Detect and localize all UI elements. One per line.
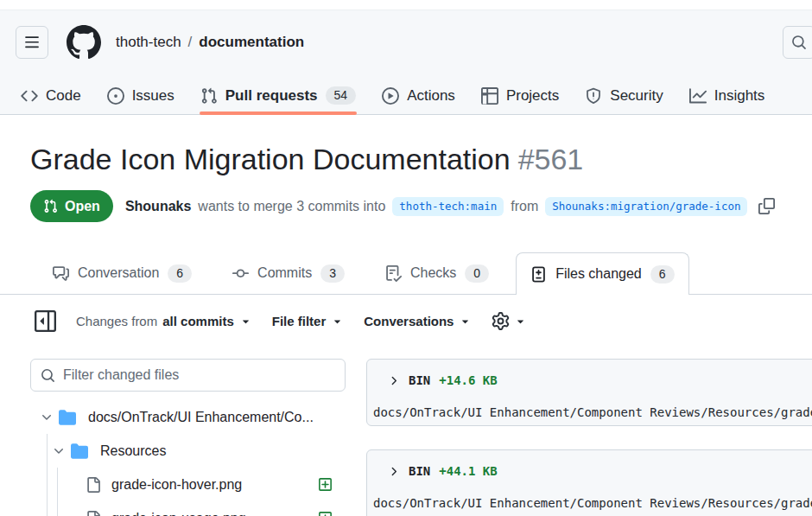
nav-item-security[interactable]: Security	[576, 77, 671, 114]
pr-author[interactable]: Shounaks	[125, 199, 191, 214]
diff-file-path[interactable]: docs/OnTrack/UI Enhancement/Component Re…	[367, 495, 812, 511]
app-header: thoth-tech / documentation Code Issues P…	[0, 10, 812, 115]
nav-item-actions[interactable]: Actions	[373, 77, 464, 114]
base-branch-label[interactable]: thoth-tech:main	[392, 197, 504, 216]
graph-icon	[689, 87, 707, 105]
three-bars-icon	[24, 35, 40, 50]
pr-title: Grade Icon Migration Documentation#561	[30, 140, 803, 178]
chevron-right-icon[interactable]	[387, 465, 400, 478]
file-tree: docs/OnTrack/UI Enhancement/Co... Resour…	[30, 400, 346, 516]
breadcrumb-repo[interactable]: documentation	[199, 34, 304, 51]
nav-label: Security	[610, 87, 663, 105]
chevron-right-icon[interactable]	[387, 374, 400, 387]
nav-label: Insights	[714, 87, 765, 105]
bin-label: BIN	[409, 373, 430, 388]
git-pull-request-icon	[43, 199, 58, 213]
head-branch-label[interactable]: Shounaks:migration/grade-icon	[545, 197, 747, 216]
breadcrumb-separator: /	[188, 34, 193, 51]
pr-status-row: Open Shounaks wants to merge 3 commits i…	[30, 190, 803, 222]
diff-file-header: BIN +14.6 KB	[367, 360, 812, 388]
comment-discussion-icon	[53, 265, 69, 282]
file-filter-label: File filter	[272, 314, 327, 328]
conversations-dropdown[interactable]: Conversations	[364, 314, 472, 328]
diff-file-card: BIN +14.6 KB docs/OnTrack/UI Enhancement…	[366, 359, 812, 426]
tree-folder-row[interactable]: Resources	[30, 434, 346, 468]
shield-icon	[585, 87, 602, 105]
tab-label: Checks	[410, 265, 456, 281]
bin-label: BIN	[409, 463, 430, 479]
file-filter-box	[30, 359, 346, 392]
filter-changed-files-input[interactable]	[63, 367, 335, 383]
sidebar-collapse-icon	[35, 310, 56, 332]
hamburger-menu-button[interactable]	[16, 26, 48, 59]
search-button[interactable]	[783, 26, 812, 59]
diff-added-icon	[318, 511, 333, 516]
tree-file-label: grade-icon-usage.png	[111, 511, 246, 516]
checklist-icon	[385, 265, 402, 282]
changes-from-label: Changes from	[76, 314, 157, 328]
nav-item-pull-requests[interactable]: Pull requests 54	[192, 77, 365, 114]
size-change: +14.6 KB	[439, 373, 497, 388]
pull-requests-count-badge: 54	[326, 86, 357, 105]
nav-label: Code	[46, 87, 81, 105]
copy-branch-button[interactable]	[758, 198, 775, 214]
diff-toolbar: Changes from all commits File filter Con…	[35, 296, 812, 346]
git-pull-request-icon	[200, 87, 218, 105]
collapse-sidebar-button[interactable]	[35, 310, 56, 332]
tree-folder-row[interactable]: docs/OnTrack/UI Enhancement/Co...	[30, 400, 346, 434]
triangle-down-icon	[514, 315, 527, 328]
tab-count-badge: 0	[465, 264, 489, 283]
nav-label: Projects	[506, 87, 559, 105]
chevron-down-icon	[40, 411, 54, 424]
folder-icon	[59, 409, 76, 426]
pr-title-text: Grade Icon Migration Documentation	[30, 143, 511, 175]
triangle-down-icon	[459, 315, 472, 328]
pr-header: Grade Icon Migration Documentation#561 O…	[30, 116, 803, 222]
pr-number: #561	[518, 143, 584, 175]
size-change: +44.1 KB	[439, 463, 497, 479]
nav-label: Issues	[132, 87, 174, 105]
tree-folder-label: docs/OnTrack/UI Enhancement/Co...	[88, 410, 314, 425]
from-text: from	[511, 199, 538, 214]
file-tree-sidebar: docs/OnTrack/UI Enhancement/Co... Resour…	[30, 353, 346, 516]
file-filter-dropdown[interactable]: File filter	[272, 314, 345, 328]
play-icon	[382, 87, 399, 105]
chevron-down-icon	[52, 444, 66, 458]
table-icon	[481, 87, 498, 105]
nav-label: Actions	[407, 87, 455, 105]
file-icon	[86, 511, 101, 516]
tab-commits[interactable]: Commits 3	[219, 252, 358, 294]
github-logo-icon[interactable]	[67, 25, 101, 60]
search-icon	[41, 368, 55, 383]
folder-icon	[71, 443, 88, 460]
diff-panel: BIN +14.6 KB docs/OnTrack/UI Enhancement…	[366, 353, 812, 516]
merge-text: wants to merge 3 commits into	[198, 199, 385, 214]
changes-from-dropdown[interactable]: Changes from all commits	[76, 314, 252, 328]
tab-label: Commits	[257, 265, 312, 281]
nav-item-projects[interactable]: Projects	[473, 77, 568, 114]
nav-item-insights[interactable]: Insights	[681, 77, 774, 114]
tree-file-row[interactable]: grade-icon-usage.png	[30, 501, 346, 516]
gear-icon	[492, 312, 510, 330]
triangle-down-icon	[331, 315, 344, 328]
changes-from-value: all commits	[162, 314, 234, 328]
tab-files-changed[interactable]: Files changed 6	[516, 252, 688, 295]
git-commit-icon	[232, 265, 249, 282]
tree-file-row[interactable]: grade-icon-hover.png	[30, 468, 346, 501]
diff-file-path[interactable]: docs/OnTrack/UI Enhancement/Component Re…	[367, 405, 812, 420]
nav-item-issues[interactable]: Issues	[98, 77, 183, 114]
breadcrumb: thoth-tech / documentation	[116, 34, 304, 51]
tab-conversation[interactable]: Conversation 6	[39, 252, 206, 294]
copy-icon	[758, 198, 775, 214]
issue-opened-icon	[107, 87, 124, 105]
nav-item-code[interactable]: Code	[12, 77, 90, 114]
breadcrumb-owner[interactable]: thoth-tech	[116, 34, 181, 51]
diff-settings-dropdown[interactable]	[492, 312, 527, 330]
pr-tab-nav: Conversation 6 Commits 3 Checks 0 Files …	[0, 252, 812, 295]
code-icon	[21, 87, 38, 105]
diff-added-icon	[318, 477, 333, 492]
tab-label: Conversation	[78, 265, 159, 281]
pr-state-badge: Open	[30, 190, 113, 222]
file-diff-icon	[530, 266, 547, 283]
tab-checks[interactable]: Checks 0	[371, 252, 503, 294]
